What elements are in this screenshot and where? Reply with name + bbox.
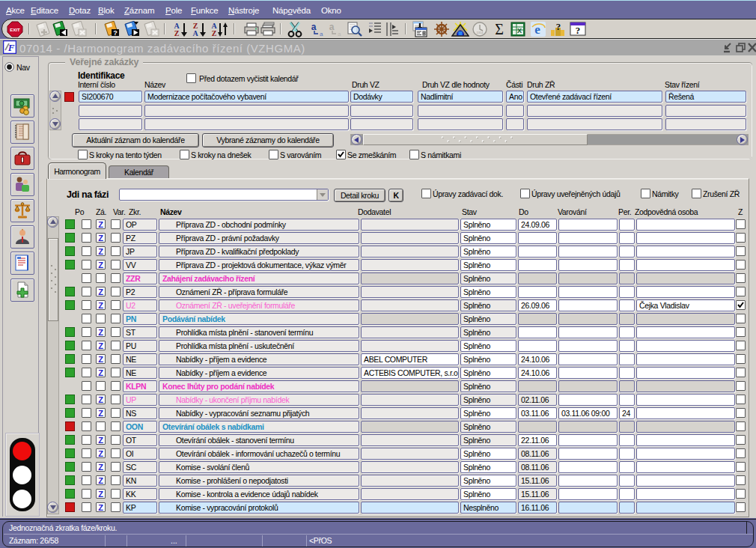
svg-text:Σ: Σ [495, 21, 504, 37]
svg-text:EXIT: EXIT [10, 28, 20, 32]
svg-text:?: ? [576, 25, 581, 36]
svg-text:?: ? [113, 29, 118, 37]
svg-text:a: a [329, 22, 335, 32]
svg-text:F: F [7, 42, 15, 53]
svg-text:X: X [517, 27, 522, 34]
svg-text:a: a [320, 31, 323, 37]
svg-text:a: a [338, 31, 341, 37]
svg-text:a: a [311, 22, 317, 32]
svg-text:A: A [192, 29, 198, 37]
svg-text:?: ? [556, 21, 561, 32]
svg-text:Z: Z [212, 29, 217, 37]
svg-text:Z: Z [174, 29, 180, 37]
svg-text:1314: 1314 [477, 31, 484, 34]
